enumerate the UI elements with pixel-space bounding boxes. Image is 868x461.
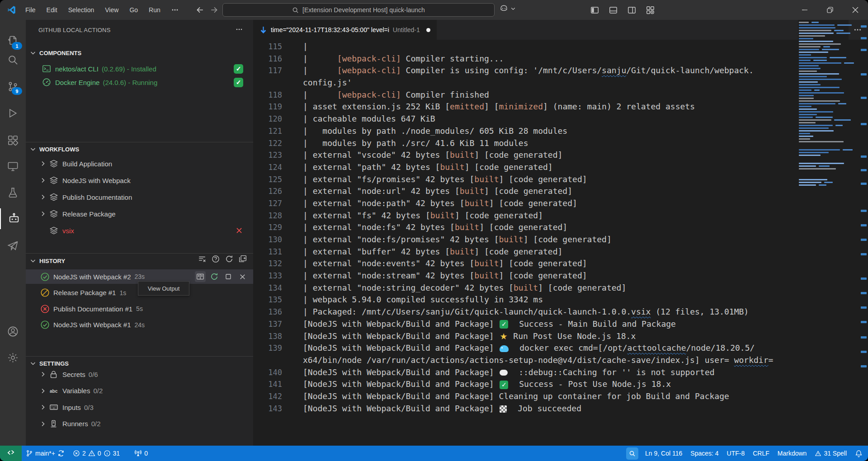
menu-run[interactable]: Run	[143, 4, 166, 16]
manage-settings-icon	[7, 352, 19, 364]
chevron-right-icon	[39, 193, 47, 201]
notifications-bell[interactable]	[851, 446, 868, 461]
refresh-icon[interactable]	[225, 255, 233, 263]
settings-item[interactable]: Secrets 0/6	[26, 367, 253, 381]
bell-icon	[855, 450, 863, 457]
activity-item-extensions[interactable]	[0, 130, 26, 151]
activity-item-accounts[interactable]	[0, 321, 26, 342]
copilot-menu[interactable]	[499, 4, 516, 13]
activity-item-github-local-actions[interactable]	[0, 208, 27, 229]
zoom-indicator[interactable]	[622, 446, 641, 461]
settings-item[interactable]: abc Variables 0/2	[26, 384, 253, 398]
minimap-line	[799, 65, 819, 66]
minimap-line	[837, 24, 852, 26]
minimap-line	[799, 130, 834, 132]
workflow-item[interactable]: Build Application	[26, 156, 253, 171]
github-local-actions-icon	[8, 212, 20, 225]
chevron-right-icon	[39, 404, 47, 411]
customize-layout-icon[interactable]	[643, 4, 657, 16]
help-icon[interactable]	[212, 255, 220, 263]
toggle-secondary-sidebar-icon[interactable]	[625, 4, 639, 16]
history-item[interactable]: Publish Documentation #1 5s	[26, 301, 253, 316]
stop-icon[interactable]	[223, 271, 234, 282]
menu-go[interactable]: Go	[124, 4, 143, 16]
section-header-components[interactable]: COMPONENTS	[26, 46, 253, 60]
minimap[interactable]	[798, 20, 849, 446]
activity-item-manage-settings[interactable]	[0, 347, 26, 368]
activity-item-testing[interactable]	[0, 182, 26, 203]
whale-emoji-icon	[500, 345, 509, 352]
history-item[interactable]: NodeJS with Webpack #1 24s	[26, 318, 253, 332]
workflow-item[interactable]: Publish Documentation	[26, 190, 253, 204]
language-mode[interactable]: Markdown	[774, 446, 811, 461]
close-button[interactable]	[843, 0, 868, 20]
collapse-all-icon[interactable]	[239, 255, 247, 263]
cursor-position[interactable]: Ln 9, Col 116	[641, 446, 686, 461]
activity-item-run-and-debug[interactable]	[0, 103, 26, 123]
modified-dot-icon[interactable]	[426, 28, 430, 32]
settings-item[interactable]: Inputs 0/3	[26, 400, 253, 414]
radio-tower-status[interactable]: 0	[130, 446, 152, 461]
forward-button[interactable]	[210, 6, 218, 14]
menu-view[interactable]: View	[99, 4, 124, 16]
restore-button[interactable]	[817, 0, 843, 20]
problems-status[interactable]: 2 0 31	[69, 446, 124, 461]
spell-info-mark	[861, 365, 867, 367]
line-number	[253, 77, 282, 89]
line-number: 139	[253, 342, 282, 354]
remote-indicator[interactable]	[0, 446, 22, 461]
search-text: [Extension Development Host] quick-launc…	[302, 6, 425, 14]
activity-item-search[interactable]	[0, 49, 26, 70]
section-header-history[interactable]: HISTORY	[26, 253, 253, 268]
editor-content[interactable]: 115|116| [webpack-cli] Compiler starting…	[253, 40, 868, 446]
status-bar: main*+ 2 0 31 0 Ln 9, Col 116 Spaces: 4	[0, 446, 868, 461]
chevron-down-icon	[29, 146, 37, 153]
tab-untitled-1[interactable]: time="2024-11-17T18:32:43-05:00" level=i…	[253, 20, 437, 40]
minimap-line	[811, 22, 819, 23]
spell-checker-status[interactable]: 31 Spell	[811, 446, 851, 461]
sidebar-more-actions-button[interactable]	[234, 24, 244, 34]
menu-selection[interactable]: Selection	[63, 4, 100, 16]
indentation[interactable]: Spaces: 4	[686, 446, 722, 461]
menu-edit[interactable]: Edit	[41, 4, 63, 16]
code-line: 130| external "node:fs/promises" 42 byte…	[253, 234, 868, 246]
layers-icon	[49, 226, 58, 235]
overview-ruler[interactable]	[859, 20, 868, 446]
workflow-item[interactable]: Release Package	[26, 207, 253, 221]
line-number	[253, 354, 282, 367]
workflow-item[interactable]: vsix	[26, 223, 253, 238]
settings-label: Variables	[62, 387, 90, 395]
back-button[interactable]	[196, 6, 204, 14]
check-emoji-icon: ✓	[500, 320, 508, 329]
eol-sequence[interactable]: CRLF	[749, 446, 774, 461]
line-number: 122	[253, 137, 282, 150]
workflow-item[interactable]: NodeJS with Webpack	[26, 173, 253, 188]
branch-status[interactable]: main*+	[22, 446, 69, 461]
section-header-workflows[interactable]: WORKFLOWS	[26, 142, 253, 156]
code-line: 138[NodeJS with Webpack/Build and Packag…	[253, 330, 868, 343]
menu-file[interactable]: File	[20, 4, 41, 16]
encoding[interactable]: UTF-8	[723, 446, 749, 461]
component-item[interactable]: nektos/act CLI (0.2.69) - Installed✓	[26, 61, 253, 76]
minimap-line	[834, 30, 844, 31]
workflow-error-icon[interactable]	[235, 226, 243, 235]
dismiss-icon[interactable]	[237, 271, 248, 282]
activity-item-explorer[interactable]: 1	[0, 31, 26, 52]
rerun-icon[interactable]	[209, 271, 220, 282]
toggle-primary-sidebar-icon[interactable]	[588, 4, 602, 16]
menu-more-button[interactable]	[166, 4, 184, 16]
toggle-panel-icon[interactable]	[606, 4, 620, 16]
clear-history-icon[interactable]	[198, 255, 206, 263]
code-line: 126| external "node:url" 42 bytes [built…	[253, 185, 868, 198]
search-icon	[7, 54, 19, 66]
minimap-line	[799, 41, 833, 42]
activity-item-source-control[interactable]: 9	[0, 76, 26, 97]
view-output-icon[interactable]	[195, 271, 206, 282]
activity-item-github-actions[interactable]	[0, 235, 26, 256]
activity-item-remote-explorer[interactable]	[0, 156, 26, 177]
settings-item[interactable]: Runners 0/2	[26, 417, 253, 431]
minimap-line	[799, 95, 814, 96]
component-item[interactable]: Docker Engine (24.0.6) - Running✓	[26, 75, 253, 89]
command-center-search[interactable]: [Extension Development Host] quick-launc…	[222, 3, 495, 17]
minimize-button[interactable]	[792, 0, 817, 20]
